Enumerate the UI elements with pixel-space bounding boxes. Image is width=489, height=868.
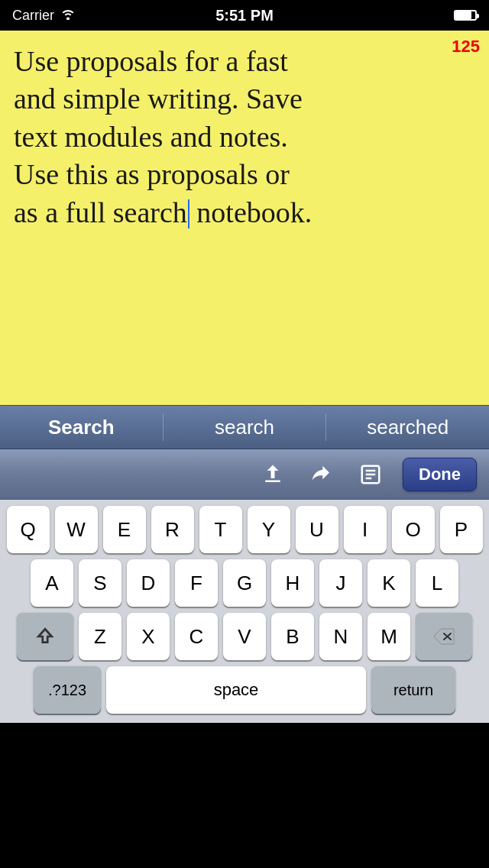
key-d[interactable]: D [127,559,170,607]
keyboard-row-4: .?123 space return [0,660,489,723]
key-w[interactable]: W [55,506,98,553]
key-m[interactable]: M [368,613,410,660]
notes-icon[interactable] [354,458,387,491]
text-area[interactable]: 125 Use proposals for a fast and simple … [0,31,489,405]
key-p[interactable]: P [440,506,483,553]
carrier-label: Carrier [12,8,54,24]
return-key[interactable]: return [371,666,455,714]
key-a[interactable]: A [31,559,73,607]
status-bar: Carrier 5:51 PM [0,0,489,31]
keyboard-row-3: Z X C V B N M [0,607,489,660]
text-line1: Use proposals for a fast [14,45,288,77]
key-q[interactable]: Q [7,506,50,553]
key-f[interactable]: F [175,559,218,607]
key-e[interactable]: E [103,506,146,553]
autocomplete-item-2[interactable]: search [164,406,326,449]
numbers-key[interactable]: .?123 [34,666,101,714]
key-b[interactable]: B [271,613,314,660]
key-v[interactable]: V [223,613,266,660]
key-x[interactable]: X [127,613,170,660]
key-l[interactable]: L [416,559,458,607]
key-h[interactable]: H [271,559,314,607]
autocomplete-bar: Search search searched [0,405,489,449]
upload-icon[interactable] [256,458,290,491]
keyboard-row-1: Q W E R T Y U I O P [0,500,489,553]
done-button[interactable]: Done [403,458,477,491]
key-r[interactable]: R [151,506,194,553]
key-z[interactable]: Z [79,613,121,660]
delete-key[interactable] [416,613,472,660]
key-c[interactable]: C [175,613,218,660]
key-u[interactable]: U [296,506,338,553]
key-k[interactable]: K [368,559,410,607]
note-text[interactable]: Use proposals for a fast and simple writ… [14,43,475,232]
text-line4: Use this as proposals or [14,158,290,190]
key-s[interactable]: S [79,559,121,607]
text-line5b: notebook. [189,196,312,228]
key-y[interactable]: Y [248,506,290,553]
space-key[interactable]: space [106,666,366,714]
svg-rect-0 [265,480,280,482]
key-n[interactable]: N [319,613,362,660]
toolbar: Done [0,449,489,500]
text-line3: text modules and notes. [14,121,288,153]
wifi-icon [60,8,76,24]
key-g[interactable]: G [223,559,266,607]
text-line2: and simple writing. Save [14,83,303,115]
autocomplete-item-1[interactable]: Search [0,406,163,449]
time-label: 5:51 PM [215,7,274,24]
autocomplete-item-3[interactable]: searched [326,406,489,449]
badge-count: 125 [452,37,480,57]
key-o[interactable]: O [392,506,435,553]
keyboard: Q W E R T Y U I O P A S D F G H J K L Z … [0,500,489,723]
key-j[interactable]: J [319,559,362,607]
share-icon[interactable] [305,458,338,491]
key-i[interactable]: I [344,506,387,553]
battery-icon [454,10,477,21]
keyboard-row-2: A S D F G H J K L [0,553,489,607]
text-line5: as a full search [14,196,187,228]
key-t[interactable]: T [199,506,242,553]
shift-key[interactable] [17,613,73,660]
